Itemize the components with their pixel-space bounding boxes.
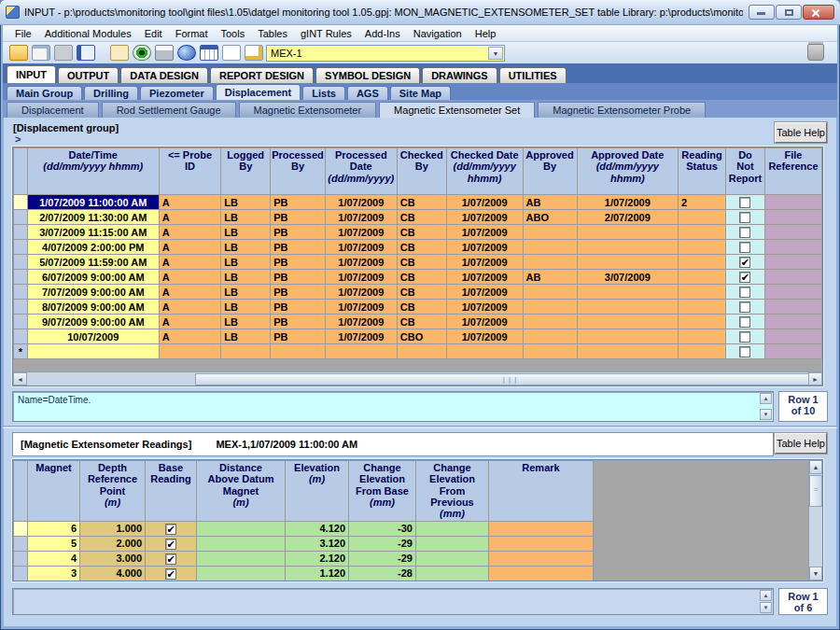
cell-checked-date[interactable]: 1/07/2009 [446,300,523,315]
column-header-checked-by[interactable]: Checked By [397,148,446,195]
cell-processed-by[interactable]: PB [271,270,326,285]
cell-checked-date[interactable]: 1/07/2009 [446,210,523,225]
cell-do-not-report[interactable] [726,344,765,359]
cell-logged-by[interactable]: LB [221,329,271,344]
column-header-remark[interactable]: Remark [489,461,594,522]
menu-item-navigation[interactable]: Navigation [407,27,469,40]
cell-approved-date[interactable] [577,225,679,240]
row-selector[interactable] [14,225,28,240]
cell-reading-status[interactable] [679,255,726,270]
checkbox[interactable] [739,316,750,328]
cell-distance-above-datum-magnet[interactable] [197,551,286,566]
minimize-button[interactable] [749,5,775,20]
cell-file-reference[interactable] [764,344,821,359]
cell-date-time[interactable]: 5/07/2009 11:59:00 AM [27,255,159,270]
checkbox[interactable]: ✔ [165,539,176,550]
cell-approved-date[interactable] [577,329,679,344]
row-selector[interactable] [14,521,28,536]
status2-scroll-down-icon[interactable]: ▼ [760,602,772,613]
tab-report-design[interactable]: REPORT DESIGN [210,67,314,83]
cell-checked-date[interactable]: 1/07/2009 [446,225,523,240]
cell-checked-date[interactable]: 1/07/2009 [446,285,523,300]
cell-logged-by[interactable]: LB [221,225,271,240]
cell-remark[interactable] [489,566,594,581]
cell-change-elevation-from-previous[interactable] [416,551,489,566]
row-selector[interactable] [14,315,28,329]
menu-item-help[interactable]: Help [469,27,503,40]
cell-processed-date[interactable]: 1/07/2009 [325,300,397,315]
menu-item-additional-modules[interactable]: Additional Modules [38,27,138,40]
cell-file-reference[interactable] [764,329,821,344]
cell-logged-by[interactable] [221,344,271,359]
cell-depth-reference-point[interactable]: 2.000 [80,536,146,551]
cell-approved-date[interactable] [577,240,679,255]
cell-file-reference[interactable] [764,225,821,240]
cell-approved-by[interactable]: ABO [523,210,577,225]
cell-processed-by[interactable]: PB [271,329,326,344]
cell-do-not-report[interactable] [726,300,765,315]
maximize-button[interactable] [776,5,802,20]
cell-probe-id[interactable]: A [159,225,221,240]
cell-approved-by[interactable] [523,255,577,270]
combo-dropdown-icon[interactable]: ▼ [488,47,503,60]
row-selector[interactable] [14,240,28,255]
delete-icon[interactable] [807,44,824,61]
cell-logged-by[interactable]: LB [221,300,271,315]
checkbox[interactable]: ✔ [165,553,176,565]
checkbox[interactable] [739,212,750,223]
cell-checked-by[interactable]: CB [397,300,446,315]
cell-date-time[interactable]: 1/07/2009 11:00:00 AM [27,195,159,210]
cell-change-elevation-from-base[interactable]: -28 [349,566,416,581]
tab-drawings[interactable]: DRAWINGS [422,67,497,83]
cell-reading-status[interactable] [679,315,726,329]
cell-change-elevation-from-base[interactable]: -30 [349,521,416,536]
cell-file-reference[interactable] [764,300,821,315]
cell-probe-id[interactable]: A [159,270,221,285]
cell-change-elevation-from-previous[interactable] [416,581,489,581]
new-page-icon[interactable] [222,45,241,61]
cell-reading-status[interactable] [679,329,726,344]
row-selector[interactable] [14,300,28,315]
column-header-file-reference[interactable]: File Reference [764,148,821,195]
cell-processed-date[interactable] [325,344,397,359]
notebook-icon[interactable] [77,45,95,61]
cell-processed-by[interactable]: PB [271,315,326,329]
cell-do-not-report[interactable] [726,195,765,210]
cell-processed-by[interactable]: PB [271,225,326,240]
cell-depth-reference-point[interactable]: 1.000 [80,521,146,536]
checkbox[interactable]: ✔ [165,524,176,535]
row-selector[interactable] [14,285,28,300]
cell-reading-status[interactable] [679,210,726,225]
cell-checked-by[interactable]: CB [397,255,446,270]
column-header-probe-id[interactable]: <= Probe ID [159,148,221,195]
cell-checked-date[interactable]: 1/07/2009 [446,240,523,255]
column-header-base-reading[interactable]: Base Reading [146,461,197,522]
scroll-left-icon[interactable]: ◄ [13,372,27,385]
cell-approved-date[interactable] [577,300,679,315]
cell-approved-date[interactable]: 2/07/2009 [577,210,679,225]
scroll-up-icon[interactable]: ▲ [809,460,822,474]
cell-distance-above-datum-magnet[interactable] [197,566,286,581]
cell-reading-status[interactable] [679,344,726,359]
cell-remark[interactable] [489,521,594,536]
cell-processed-date[interactable]: 1/07/2009 [325,255,397,270]
cell-change-elevation-from-base[interactable]: -29 [349,536,416,551]
scroll-down-icon[interactable]: ▼ [809,567,822,581]
cell-depth-reference-point[interactable]: 5.000 [80,581,146,581]
cell-approved-date[interactable] [577,344,679,359]
cell-probe-id[interactable]: A [159,329,221,344]
row-selector[interactable] [14,536,28,551]
tab-site-map[interactable]: Site Map [390,86,451,100]
cell-probe-id[interactable]: A [159,240,221,255]
cell-elevation[interactable]: 2.120 [286,551,349,566]
cell-elevation[interactable]: 1.120 [286,566,349,581]
cell-elevation[interactable]: 4.120 [286,521,349,536]
column-header-magnet[interactable]: Magnet [28,461,80,522]
cell-distance-above-datum-magnet[interactable] [197,581,286,581]
cell-magnet[interactable]: 6 [28,521,80,536]
status-scroll-down-icon[interactable]: ▼ [760,409,772,420]
cell-magnet[interactable]: 3 [28,566,80,581]
cell-approved-by[interactable]: AB [523,195,577,210]
cell-do-not-report[interactable]: ✔ [726,255,765,270]
cell-date-time[interactable] [27,344,159,359]
